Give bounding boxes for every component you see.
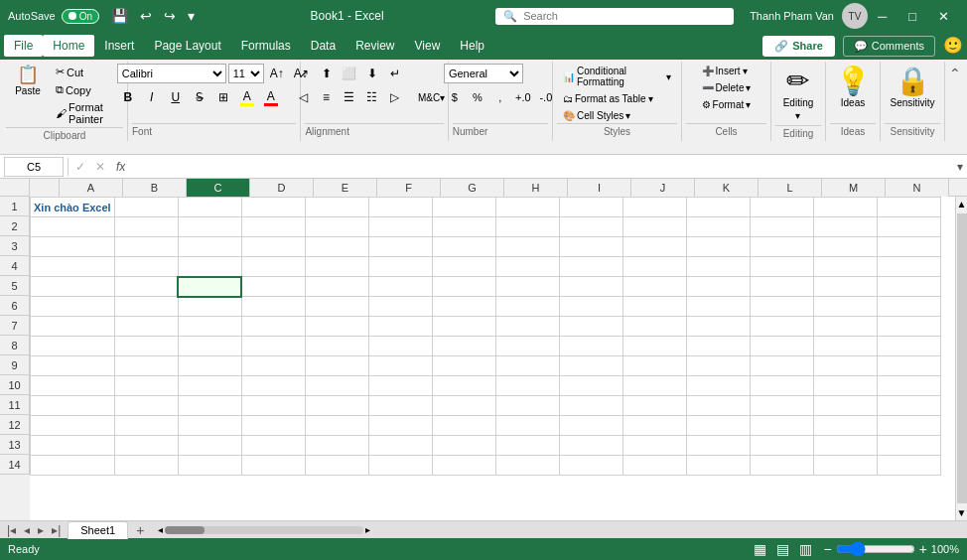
cell-F4[interactable] [368,257,432,277]
cell-E6[interactable] [305,297,368,317]
cell-C12[interactable] [178,416,241,436]
h-scroll-track[interactable] [165,526,363,534]
editing-dropdown[interactable]: ▾ [795,110,800,121]
sensitivity-button[interactable]: 🔒 Sensitivity [885,64,941,112]
search-box[interactable]: 🔍 [495,8,734,25]
cell-styles-button[interactable]: 🎨 Cell Styles ▾ [557,108,636,123]
cell-L8[interactable] [750,337,813,356]
cell-E7[interactable] [305,317,368,337]
bold-button[interactable]: B [117,87,139,107]
cell-K1[interactable] [686,198,750,217]
cell-K3[interactable] [686,237,750,257]
row-header-1[interactable]: 1 [0,197,30,216]
cell-F8[interactable] [368,337,432,356]
currency-button[interactable]: $ [444,87,466,107]
cell-J14[interactable] [622,456,686,476]
collapse-ribbon-button[interactable]: ⌃ [949,66,961,81]
col-header-H[interactable]: H [504,179,568,197]
delete-cells-dropdown[interactable]: ▾ [746,82,751,93]
cell-H1[interactable] [495,198,559,217]
cell-N4[interactable] [877,257,940,277]
undo-icon[interactable]: ↩ [136,6,156,26]
cell-F9[interactable] [368,356,432,376]
col-header-A[interactable]: A [60,179,123,197]
cell-B10[interactable] [114,376,178,396]
cell-J11[interactable] [622,396,686,416]
cell-N14[interactable] [877,456,940,476]
search-input[interactable] [523,10,702,22]
cell-K12[interactable] [686,416,750,436]
cell-E1[interactable] [305,198,368,217]
col-header-B[interactable]: B [123,179,187,197]
left-align-button[interactable]: ≡ [316,87,338,107]
cell-E13[interactable] [305,436,368,456]
cell-F1[interactable] [368,198,432,217]
cell-H10[interactable] [495,376,559,396]
cell-K14[interactable] [686,456,750,476]
cell-N12[interactable] [877,416,940,436]
strikethrough-button[interactable]: S̶ [189,87,210,107]
page-break-view-button[interactable]: ▥ [796,541,815,557]
formula-input[interactable] [133,157,953,177]
cell-C3[interactable] [178,237,241,257]
cell-I6[interactable] [559,297,622,317]
font-color-button[interactable]: A [260,87,282,107]
formula-check-icon[interactable]: ✓ [72,160,88,174]
cell-F2[interactable] [368,217,432,237]
redo-icon[interactable]: ↪ [160,6,180,26]
dec-increase-button[interactable]: +.0 [512,87,534,107]
menu-item-review[interactable]: Review [345,35,404,57]
cell-B14[interactable] [114,456,178,476]
cell-D4[interactable] [241,257,305,277]
cell-H5[interactable] [495,277,559,297]
indent-decrease-button[interactable]: ◁ [293,87,315,107]
autosave-toggle[interactable]: On [62,9,99,24]
cell-D11[interactable] [241,396,305,416]
cell-C7[interactable] [178,317,241,337]
cell-M1[interactable] [813,198,877,217]
cell-E11[interactable] [305,396,368,416]
cell-G4[interactable] [432,257,495,277]
cell-L13[interactable] [750,436,813,456]
format-cells-dropdown[interactable]: ▾ [746,99,751,110]
cell-D1[interactable] [241,198,305,217]
cell-N2[interactable] [877,217,940,237]
cell-A10[interactable] [31,376,115,396]
cell-F13[interactable] [368,436,432,456]
cell-L2[interactable] [750,217,813,237]
cell-B11[interactable] [114,396,178,416]
format-cells-button[interactable]: ⚙ Format ▾ [696,97,758,112]
cell-A11[interactable] [31,396,115,416]
normal-view-button[interactable]: ▦ [751,541,769,557]
cell-M10[interactable] [813,376,877,396]
cell-D14[interactable] [241,456,305,476]
indent-increase-button[interactable]: ▷ [384,87,406,107]
col-header-F[interactable]: F [377,179,441,197]
cell-A9[interactable] [31,356,115,376]
cell-D2[interactable] [241,217,305,237]
select-all-button[interactable] [0,179,30,196]
cell-E9[interactable] [305,356,368,376]
comments-button[interactable]: 💬 Comments [843,36,935,57]
cell-E2[interactable] [305,217,368,237]
cell-K8[interactable] [686,337,750,356]
cell-J13[interactable] [622,436,686,456]
middle-align-button[interactable]: ⬜ [339,64,360,83]
row-header-2[interactable]: 2 [0,216,30,236]
cell-L14[interactable] [750,456,813,476]
col-header-M[interactable]: M [822,179,886,197]
cell-F6[interactable] [368,297,432,317]
cell-E3[interactable] [305,237,368,257]
share-button[interactable]: 🔗 Share [762,36,835,57]
cell-N5[interactable] [877,277,940,297]
sheet-next-button[interactable]: ▸ [35,523,47,537]
cell-I1[interactable] [559,198,622,217]
save-icon[interactable]: 💾 [107,6,132,26]
cell-B12[interactable] [114,416,178,436]
cell-L9[interactable] [750,356,813,376]
cell-F14[interactable] [368,456,432,476]
zoom-in-button[interactable]: + [919,541,927,557]
cell-C11[interactable] [178,396,241,416]
copy-button[interactable]: ⧉ Copy [52,81,123,98]
cell-I4[interactable] [559,257,622,277]
